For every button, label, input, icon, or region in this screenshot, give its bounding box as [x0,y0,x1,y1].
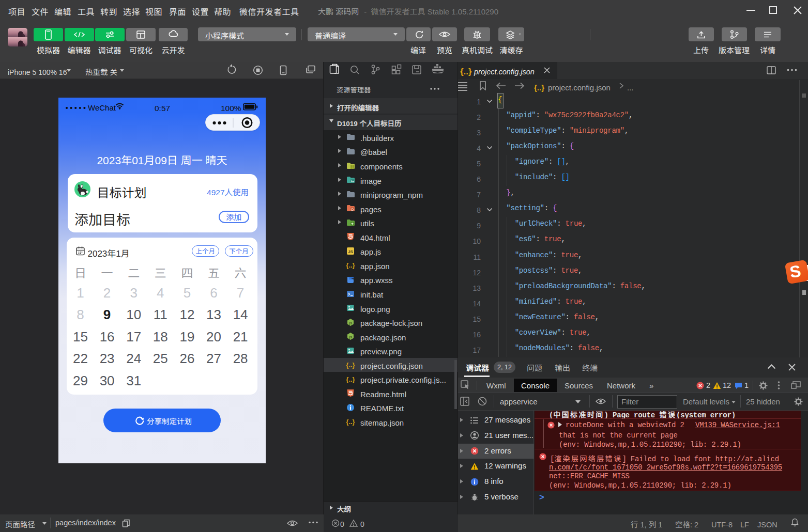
svg-text:JS: JS [348,249,353,254]
svg-text:js: js [348,320,352,325]
svg-text:{..}: {..} [346,418,355,426]
svg-text:{..}: {..} [346,261,355,269]
svg-text:{..}: {..} [346,361,355,369]
svg-text:{..}: {..} [346,375,355,383]
svg-text:js: js [348,335,352,339]
